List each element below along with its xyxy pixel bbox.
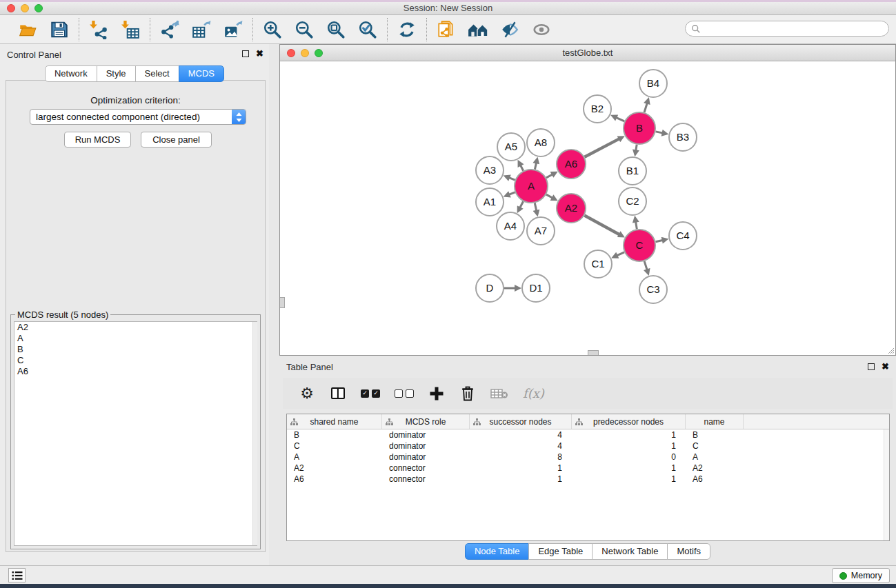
delete-table-button[interactable] [490,383,508,404]
tab-style[interactable]: Style [97,65,136,82]
edge-B-B1[interactable] [636,145,637,152]
node-label-A7: A7 [535,225,547,236]
criterion-dropdown[interactable]: largest connected component (directed) [30,109,246,125]
edge-A2-C[interactable] [584,216,620,235]
dropdown-stepper-icon [232,110,246,124]
tab-network[interactable]: Network [45,65,97,82]
show-columns-button[interactable] [330,383,346,404]
edge-C-C1[interactable] [616,252,624,256]
tab-select[interactable]: Select [135,65,179,82]
column-header-successor-nodes[interactable]: successor nodes [470,414,572,429]
close-network-window-button[interactable] [287,49,295,57]
mcds-result-item[interactable]: B [14,344,257,355]
edge-A-A6[interactable] [546,174,553,177]
import-table-button[interactable] [120,19,141,40]
edge-A6-B[interactable] [584,139,619,157]
table-row[interactable]: A6connector11A6 [287,474,884,485]
edge-A-A7[interactable] [535,203,537,211]
edge-B-B2[interactable] [615,117,624,121]
column-header-name[interactable]: name [686,414,744,429]
first-neighbors-button[interactable] [468,19,488,40]
save-session-button[interactable] [49,19,70,40]
desktop-bottom-strip [0,584,896,588]
zoom-in-button[interactable] [262,19,283,40]
edge-A-A1[interactable] [508,192,515,195]
edge-B-B4[interactable] [644,103,647,112]
tab-motifs[interactable]: Motifs [667,543,710,560]
edge-B-B3[interactable] [656,132,664,133]
edge-A-A4[interactable] [519,201,523,208]
float-panel-icon[interactable] [242,50,249,57]
open-session-button[interactable] [17,19,38,40]
column-type-icon [290,418,298,425]
edge-C-C3[interactable] [644,261,647,270]
memory-button[interactable]: Memory [832,568,890,583]
apply-layout-button[interactable] [397,19,417,40]
function-builder-button[interactable]: f(x) [523,383,544,404]
zoom-fit-button[interactable] [326,19,346,40]
minimize-network-window-button[interactable] [301,49,309,57]
new-network-from-selection-button[interactable] [436,19,457,40]
close-panel-button[interactable]: Close panel [141,132,212,148]
tab-network-table[interactable]: Network Table [592,543,668,560]
search-field[interactable] [685,21,889,37]
zoom-network-window-button[interactable] [315,49,323,57]
network-canvas-svg: B4B2BB3A8A5A6A3B1AA1C2A2A4A7C4CC1C3DD1 [280,61,895,356]
table-row[interactable]: Cdominator41C [287,440,884,452]
edge-C-C2[interactable] [635,221,637,230]
resize-grip-icon[interactable] [886,346,895,354]
export-network-button[interactable] [159,19,180,40]
node-table: shared nameMCDS rolesuccessor nodesprede… [286,414,890,541]
add-column-button[interactable] [428,383,445,404]
tab-edge-table[interactable]: Edge Table [528,543,593,560]
edge-C-C4[interactable] [655,240,663,242]
table-cell: 8 [470,452,572,463]
left-splitter-handle[interactable] [280,297,285,308]
mcds-result-scrollbar[interactable] [252,322,257,545]
window-controls [7,4,43,12]
node-label-A: A [528,180,535,192]
delete-columns-button[interactable] [459,383,476,404]
bottom-splitter-handle[interactable] [588,350,599,355]
minimize-window-button[interactable] [21,4,29,12]
edge-A-A5[interactable] [520,165,524,171]
edge-A-A3[interactable] [508,177,515,180]
network-canvas[interactable]: B4B2BB3A8A5A6A3B1AA1C2A2A4A7C4CC1C3DD1 [280,61,895,355]
zoom-selected-button[interactable] [357,19,378,40]
export-image-button[interactable] [223,19,243,40]
hide-selected-button[interactable] [499,19,520,40]
run-mcds-button[interactable]: Run MCDS [64,132,131,148]
column-header-shared-name[interactable]: shared name [287,414,382,429]
deselect-all-button[interactable] [395,383,414,404]
node-label-C4: C4 [676,230,689,241]
table-row[interactable]: A2connector11A2 [287,463,884,474]
table-row[interactable]: Adominator80A [287,452,884,463]
edge-A-A8[interactable] [535,162,536,169]
mcds-result-item[interactable]: A2 [14,322,257,333]
table-row[interactable]: Bdominator41B [287,429,884,440]
select-all-button[interactable]: ✓✓ [361,383,380,404]
close-window-button[interactable] [7,4,15,12]
table-scrollbar[interactable] [884,429,889,540]
tab-node-table[interactable]: Node Table [465,543,530,560]
zoom-out-button[interactable] [294,19,315,40]
tab-mcds[interactable]: MCDS [179,65,224,82]
mcds-result-item[interactable]: C [14,355,257,366]
edge-A-A2[interactable] [546,194,553,198]
export-table-button[interactable] [191,19,212,40]
table-settings-button[interactable]: ⚙ [299,383,315,404]
column-header-predecessor-nodes[interactable]: predecessor nodes [572,414,686,429]
close-panel-icon[interactable]: ✖ [256,50,263,58]
import-network-button[interactable] [88,19,109,40]
mcds-result-item[interactable]: A6 [14,366,257,377]
document-network-icon [437,20,456,39]
task-history-button[interactable] [8,568,26,582]
mcds-result-item[interactable]: A [14,333,257,344]
table-cell: dominator [382,440,470,452]
zoom-window-button[interactable] [34,4,43,12]
float-table-panel-icon[interactable] [868,363,875,370]
column-header-mcds-role[interactable]: MCDS role [382,414,470,429]
table-cell: A2 [287,463,382,474]
show-all-button[interactable] [531,19,552,40]
close-table-panel-icon[interactable]: ✖ [882,363,889,371]
